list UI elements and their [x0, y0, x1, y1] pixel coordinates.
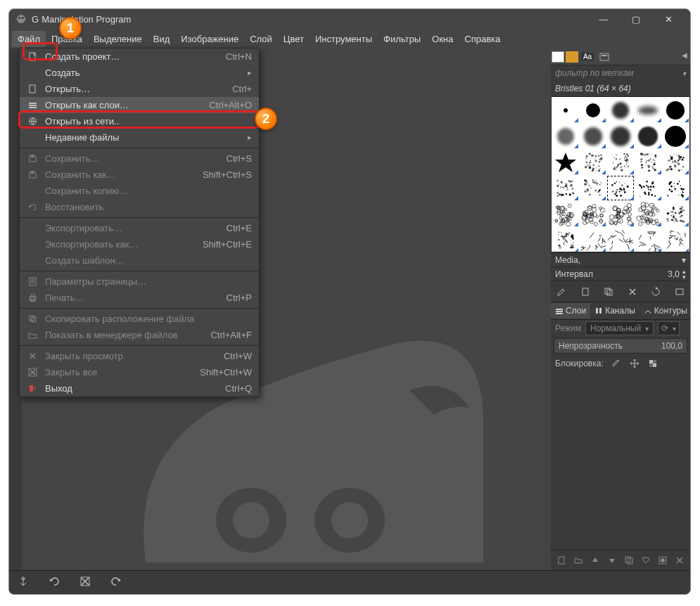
tab-history[interactable] [597, 50, 612, 64]
svg-line-554 [610, 245, 613, 250]
menu-view[interactable]: Вид [148, 31, 176, 47]
svg-point-256 [586, 183, 587, 184]
open-as-image-icon[interactable] [673, 285, 686, 298]
menu-file[interactable]: Файл [12, 31, 46, 47]
lower-layer-icon[interactable] [606, 554, 618, 567]
brush-cell[interactable] [606, 123, 634, 149]
brush-cell[interactable] [579, 97, 606, 123]
brush-cell[interactable] [606, 97, 634, 123]
brush-cell[interactable] [552, 175, 579, 201]
brush-cell[interactable] [635, 175, 662, 201]
new-brush-icon[interactable] [579, 285, 592, 298]
menu-tools[interactable]: Инструменты [310, 31, 378, 47]
brush-cell[interactable] [579, 149, 606, 175]
menu-color[interactable]: Цвет [278, 31, 310, 47]
brush-cell[interactable] [662, 175, 689, 201]
svg-point-97 [625, 160, 625, 160]
svg-point-465 [675, 217, 677, 219]
tab-layers[interactable]: Слои [551, 303, 590, 318]
menu-item[interactable]: Открыть как слои…Ctrl+Alt+O [20, 97, 259, 113]
brush-cell[interactable] [552, 149, 579, 175]
brush-cell[interactable] [579, 201, 606, 227]
menu-layer[interactable]: Слой [244, 31, 278, 47]
submenu-arrow-icon: ▸ [248, 133, 252, 142]
brush-cell[interactable] [552, 201, 579, 227]
minimize-button[interactable]: — [587, 9, 620, 29]
menu-item[interactable]: Создать проект…Ctrl+N [20, 49, 259, 65]
sb-anchor-icon[interactable] [18, 576, 29, 590]
tab-brushes[interactable] [552, 51, 564, 63]
duplicate-brush-icon[interactable] [602, 285, 615, 298]
menu-select[interactable]: Выделение [88, 31, 148, 47]
brush-cell[interactable] [552, 97, 579, 123]
opacity-slider[interactable]: Непрозрачность 100,0 [554, 338, 687, 354]
menu-item[interactable]: Открыть…Ctrl+ [20, 81, 259, 97]
sb-undo-icon[interactable] [49, 576, 60, 590]
brush-cell[interactable] [635, 149, 662, 175]
brush-cell[interactable] [635, 123, 662, 149]
brush-cell[interactable] [579, 227, 606, 252]
chevron-down-icon[interactable]: ▾ [682, 70, 686, 77]
brush-cell[interactable] [635, 97, 662, 123]
brush-spacing-row[interactable]: Интервал 3,0▴▾ [551, 266, 690, 281]
delete-layer-icon[interactable] [673, 554, 686, 567]
mode-dropdown[interactable]: Нормальный▾ [585, 321, 654, 335]
brush-cell[interactable] [635, 201, 662, 227]
tab-channels[interactable]: Каналы [590, 303, 639, 318]
new-layer-icon[interactable] [555, 554, 568, 567]
svg-point-217 [565, 193, 567, 195]
tab-paths[interactable]: Контуры [639, 303, 691, 318]
tab-fonts[interactable]: Aa [580, 50, 595, 64]
delete-brush-icon[interactable] [626, 285, 639, 298]
brush-cell[interactable] [606, 201, 634, 227]
brush-cell[interactable] [579, 123, 606, 149]
svg-point-169 [682, 166, 684, 167]
raise-layer-icon[interactable] [589, 554, 602, 567]
brush-cell[interactable] [662, 227, 689, 252]
brush-tag-row[interactable]: Media, ▾ [551, 252, 690, 266]
sb-redo-icon[interactable] [110, 576, 122, 590]
brush-cell[interactable] [662, 149, 689, 175]
spinner-icon[interactable]: ▴▾ [682, 269, 686, 280]
refresh-brush-icon[interactable] [649, 285, 662, 298]
brush-cell[interactable] [579, 175, 606, 201]
lock-alpha-icon[interactable] [647, 358, 658, 369]
mask-layer-icon[interactable] [656, 554, 669, 567]
brush-cell[interactable] [606, 175, 634, 201]
brush-grid[interactable] [551, 96, 690, 252]
menu-help[interactable]: Справка [459, 31, 506, 47]
tab-patterns[interactable] [566, 51, 578, 63]
menu-item[interactable]: ВыходCtrl+Q [20, 380, 259, 397]
svg-line-567 [649, 248, 651, 251]
chevron-down-icon[interactable]: ▾ [682, 255, 686, 265]
brush-cell[interactable] [552, 227, 579, 252]
sb-delete-icon[interactable] [79, 576, 91, 590]
maximize-button[interactable]: ▢ [620, 9, 652, 29]
edit-brush-icon[interactable] [555, 285, 568, 298]
brush-cell[interactable] [662, 97, 689, 123]
brush-cell[interactable] [662, 123, 689, 149]
menu-item[interactable]: Создать▸ [20, 65, 259, 81]
menu-image[interactable]: Изображение [175, 31, 244, 47]
menu-windows[interactable]: Окна [426, 31, 459, 47]
brush-filter[interactable]: фильтр по меткам ▾ [551, 65, 690, 81]
lock-pixels-icon[interactable] [611, 358, 622, 369]
brush-cell[interactable] [635, 227, 662, 252]
duplicate-layer-icon[interactable] [623, 554, 635, 567]
menu-filters[interactable]: Фильтры [378, 31, 426, 47]
menu-item[interactable]: Недавние файлы▸ [20, 129, 259, 146]
brush-cell[interactable] [552, 123, 579, 149]
mode-switch[interactable]: ⟳▾ [658, 321, 680, 335]
mode-label: Режим [555, 323, 581, 333]
new-group-icon[interactable] [572, 554, 585, 567]
layer-list[interactable] [551, 372, 690, 549]
svg-point-476 [667, 213, 668, 214]
brush-cell[interactable] [606, 227, 634, 252]
brush-cell[interactable] [606, 149, 634, 175]
dock-config-icon[interactable]: ◀ [682, 51, 687, 59]
close-button[interactable]: ✕ [652, 9, 685, 29]
brush-cell[interactable] [662, 201, 689, 227]
merge-layer-icon[interactable] [639, 554, 652, 567]
lock-position-icon[interactable] [629, 358, 640, 369]
menu-item[interactable]: Открыть из сети.. [20, 113, 259, 129]
